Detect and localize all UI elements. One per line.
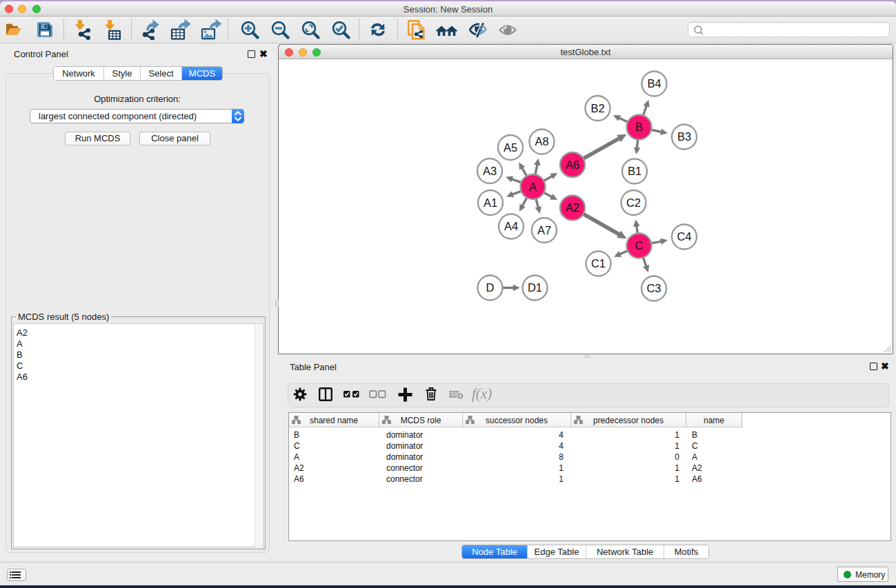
svg-text:C2: C2 [626, 196, 641, 209]
svg-text:A2: A2 [566, 201, 579, 214]
svg-text:B1: B1 [628, 165, 641, 177]
svg-text:f(x): f(x) [472, 386, 492, 402]
svg-text:A: A [529, 181, 537, 193]
svg-text:A4: A4 [504, 220, 518, 232]
svg-text:D1: D1 [528, 281, 542, 294]
svg-text:C4: C4 [677, 230, 691, 243]
svg-text:A3: A3 [483, 165, 497, 177]
svg-text:C3: C3 [646, 282, 661, 294]
svg-text:A7: A7 [537, 224, 551, 236]
svg-text:C1: C1 [591, 257, 606, 270]
svg-text:B4: B4 [647, 77, 661, 90]
svg-text:D: D [486, 281, 495, 294]
svg-text:A5: A5 [504, 141, 517, 154]
svg-text:A6: A6 [566, 159, 579, 171]
svg-text:B2: B2 [590, 102, 604, 114]
svg-text:C: C [635, 239, 644, 252]
svg-text:B: B [635, 121, 643, 133]
svg-text:B3: B3 [677, 130, 691, 143]
svg-text:A1: A1 [484, 196, 497, 209]
svg-text:A8: A8 [535, 135, 548, 148]
